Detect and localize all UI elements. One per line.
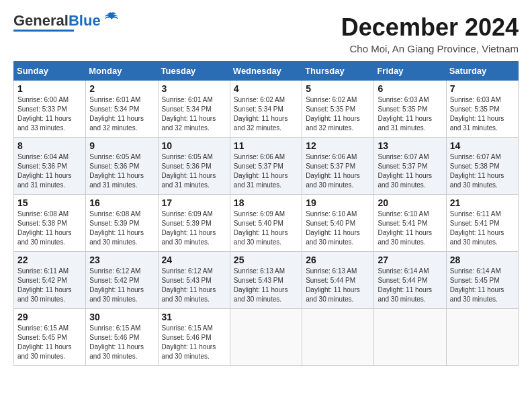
day-info: Sunrise: 6:11 AM Sunset: 5:42 PM Dayligh…	[17, 267, 82, 304]
day-number: 18	[234, 197, 298, 208]
day-number: 26	[306, 255, 370, 265]
day-number: 30	[89, 312, 154, 322]
day-number: 25	[234, 255, 298, 265]
column-header-saturday: Saturday	[446, 62, 518, 81]
calendar-cell: 27 Sunrise: 6:14 AM Sunset: 5:44 PM Dayl…	[374, 252, 446, 309]
calendar-week-row: 15 Sunrise: 6:08 AM Sunset: 5:38 PM Dayl…	[14, 195, 519, 252]
calendar-cell: 15 Sunrise: 6:08 AM Sunset: 5:38 PM Dayl…	[14, 195, 86, 252]
calendar-cell: 20 Sunrise: 6:10 AM Sunset: 5:41 PM Dayl…	[374, 195, 446, 252]
logo-underline	[13, 30, 74, 32]
day-number: 22	[17, 255, 82, 265]
logo-text: GeneralBlue	[13, 13, 101, 28]
logo: GeneralBlue	[13, 13, 121, 32]
day-info: Sunrise: 6:07 AM Sunset: 5:37 PM Dayligh…	[378, 152, 442, 190]
day-number: 27	[378, 255, 442, 265]
calendar-cell: 7 Sunrise: 6:03 AM Sunset: 5:35 PM Dayli…	[446, 81, 518, 138]
day-number: 6	[378, 83, 442, 94]
day-info: Sunrise: 6:15 AM Sunset: 5:46 PM Dayligh…	[162, 324, 226, 361]
day-number: 20	[378, 197, 442, 208]
calendar-cell: 5 Sunrise: 6:02 AM Sunset: 5:35 PM Dayli…	[302, 81, 374, 138]
calendar-cell: 11 Sunrise: 6:06 AM Sunset: 5:37 PM Dayl…	[230, 138, 302, 195]
day-number: 31	[162, 312, 226, 322]
day-number: 3	[162, 83, 226, 94]
day-number: 8	[17, 140, 82, 151]
calendar-header-row: SundayMondayTuesdayWednesdayThursdayFrid…	[14, 62, 519, 81]
calendar-cell: 17 Sunrise: 6:09 AM Sunset: 5:39 PM Dayl…	[158, 195, 230, 252]
day-info: Sunrise: 6:02 AM Sunset: 5:35 PM Dayligh…	[306, 95, 370, 133]
day-number: 11	[234, 140, 298, 151]
column-header-friday: Friday	[374, 62, 446, 81]
calendar-cell: 10 Sunrise: 6:05 AM Sunset: 5:36 PM Dayl…	[158, 138, 230, 195]
calendar-cell: 2 Sunrise: 6:01 AM Sunset: 5:34 PM Dayli…	[86, 81, 158, 138]
day-number: 28	[450, 255, 515, 265]
day-info: Sunrise: 6:06 AM Sunset: 5:37 PM Dayligh…	[234, 152, 298, 190]
day-number: 24	[162, 255, 226, 265]
calendar-week-row: 1 Sunrise: 6:00 AM Sunset: 5:33 PM Dayli…	[14, 81, 519, 138]
calendar-cell: 31 Sunrise: 6:15 AM Sunset: 5:46 PM Dayl…	[158, 309, 230, 366]
title-block: December 2024 Cho Moi, An Giang Province…	[341, 13, 519, 54]
day-number: 2	[89, 83, 154, 94]
day-info: Sunrise: 6:03 AM Sunset: 5:35 PM Dayligh…	[450, 95, 515, 133]
calendar-cell: 8 Sunrise: 6:04 AM Sunset: 5:36 PM Dayli…	[14, 138, 86, 195]
calendar-week-row: 29 Sunrise: 6:15 AM Sunset: 5:45 PM Dayl…	[14, 309, 519, 366]
day-info: Sunrise: 6:04 AM Sunset: 5:36 PM Dayligh…	[17, 152, 82, 190]
calendar-cell: 14 Sunrise: 6:07 AM Sunset: 5:38 PM Dayl…	[446, 138, 518, 195]
day-info: Sunrise: 6:05 AM Sunset: 5:36 PM Dayligh…	[162, 152, 226, 190]
calendar-cell: 12 Sunrise: 6:06 AM Sunset: 5:37 PM Dayl…	[302, 138, 374, 195]
day-info: Sunrise: 6:03 AM Sunset: 5:35 PM Dayligh…	[378, 95, 442, 133]
day-info: Sunrise: 6:02 AM Sunset: 5:34 PM Dayligh…	[234, 95, 298, 133]
day-number: 14	[450, 140, 515, 151]
day-info: Sunrise: 6:12 AM Sunset: 5:42 PM Dayligh…	[89, 267, 154, 304]
day-info: Sunrise: 6:09 AM Sunset: 5:39 PM Dayligh…	[162, 210, 226, 247]
day-info: Sunrise: 6:01 AM Sunset: 5:34 PM Dayligh…	[89, 95, 154, 133]
month-title: December 2024	[341, 13, 519, 42]
day-info: Sunrise: 6:10 AM Sunset: 5:40 PM Dayligh…	[306, 210, 370, 247]
day-info: Sunrise: 6:14 AM Sunset: 5:44 PM Dayligh…	[378, 267, 442, 304]
day-number: 15	[17, 197, 82, 208]
column-header-wednesday: Wednesday	[230, 62, 302, 81]
column-header-monday: Monday	[86, 62, 158, 81]
column-header-sunday: Sunday	[14, 62, 86, 81]
calendar-cell: 28 Sunrise: 6:14 AM Sunset: 5:45 PM Dayl…	[446, 252, 518, 309]
day-info: Sunrise: 6:15 AM Sunset: 5:46 PM Dayligh…	[89, 324, 154, 361]
day-info: Sunrise: 6:05 AM Sunset: 5:36 PM Dayligh…	[89, 152, 154, 190]
column-header-tuesday: Tuesday	[158, 62, 230, 81]
day-number: 7	[450, 83, 515, 94]
day-info: Sunrise: 6:08 AM Sunset: 5:38 PM Dayligh…	[17, 210, 82, 247]
calendar-cell	[446, 309, 518, 366]
day-info: Sunrise: 6:14 AM Sunset: 5:45 PM Dayligh…	[450, 267, 515, 304]
calendar-cell: 9 Sunrise: 6:05 AM Sunset: 5:36 PM Dayli…	[86, 138, 158, 195]
calendar-table: SundayMondayTuesdayWednesdayThursdayFrid…	[13, 61, 519, 366]
calendar-cell: 13 Sunrise: 6:07 AM Sunset: 5:37 PM Dayl…	[374, 138, 446, 195]
day-number: 9	[89, 140, 154, 151]
calendar-cell: 18 Sunrise: 6:09 AM Sunset: 5:40 PM Dayl…	[230, 195, 302, 252]
calendar-cell: 23 Sunrise: 6:12 AM Sunset: 5:42 PM Dayl…	[86, 252, 158, 309]
calendar-cell: 25 Sunrise: 6:13 AM Sunset: 5:43 PM Dayl…	[230, 252, 302, 309]
day-number: 5	[306, 83, 370, 94]
day-number: 19	[306, 197, 370, 208]
calendar-cell: 29 Sunrise: 6:15 AM Sunset: 5:45 PM Dayl…	[14, 309, 86, 366]
calendar-cell: 26 Sunrise: 6:13 AM Sunset: 5:44 PM Dayl…	[302, 252, 374, 309]
day-info: Sunrise: 6:09 AM Sunset: 5:40 PM Dayligh…	[234, 210, 298, 247]
day-number: 12	[306, 140, 370, 151]
calendar-cell	[230, 309, 302, 366]
calendar-cell: 22 Sunrise: 6:11 AM Sunset: 5:42 PM Dayl…	[14, 252, 86, 309]
day-number: 21	[450, 197, 515, 208]
day-info: Sunrise: 6:10 AM Sunset: 5:41 PM Dayligh…	[378, 210, 442, 247]
day-info: Sunrise: 6:07 AM Sunset: 5:38 PM Dayligh…	[450, 152, 515, 190]
day-info: Sunrise: 6:08 AM Sunset: 5:39 PM Dayligh…	[89, 210, 154, 247]
calendar-week-row: 22 Sunrise: 6:11 AM Sunset: 5:42 PM Dayl…	[14, 252, 519, 309]
calendar-cell: 16 Sunrise: 6:08 AM Sunset: 5:39 PM Dayl…	[86, 195, 158, 252]
page-header: GeneralBlue December 2024 Cho Moi, An Gi…	[13, 13, 519, 54]
calendar-cell: 19 Sunrise: 6:10 AM Sunset: 5:40 PM Dayl…	[302, 195, 374, 252]
column-header-thursday: Thursday	[302, 62, 374, 81]
calendar-cell: 30 Sunrise: 6:15 AM Sunset: 5:46 PM Dayl…	[86, 309, 158, 366]
calendar-cell: 1 Sunrise: 6:00 AM Sunset: 5:33 PM Dayli…	[14, 81, 86, 138]
day-info: Sunrise: 6:13 AM Sunset: 5:44 PM Dayligh…	[306, 267, 370, 304]
day-number: 16	[89, 197, 154, 208]
day-info: Sunrise: 6:12 AM Sunset: 5:43 PM Dayligh…	[162, 267, 226, 304]
calendar-week-row: 8 Sunrise: 6:04 AM Sunset: 5:36 PM Dayli…	[14, 138, 519, 195]
day-number: 1	[17, 83, 82, 94]
location-subtitle: Cho Moi, An Giang Province, Vietnam	[341, 43, 519, 54]
day-number: 29	[17, 312, 82, 322]
